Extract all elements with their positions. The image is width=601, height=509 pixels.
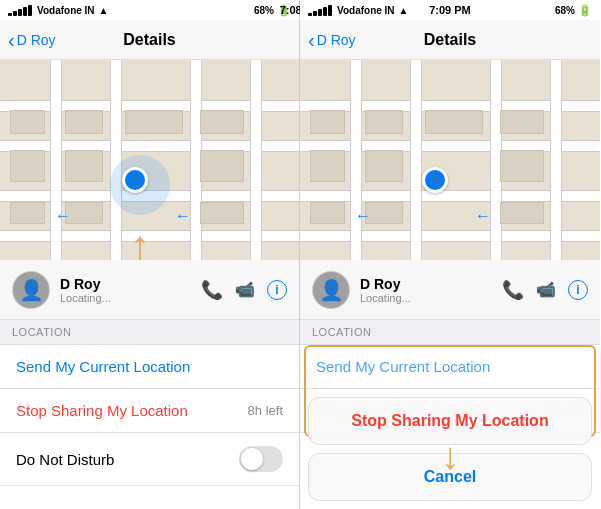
right-battery-pct: 68% [555,5,575,16]
right-status-bar: Vodafone IN ▲ 7:09 PM 68% 🔋 [300,0,600,20]
left-carrier: Vodafone IN ▲ [8,5,109,16]
right-back-label: D Roy [317,32,356,48]
left-stop-sharing-secondary: 8h left [248,403,283,418]
left-stop-sharing-label: Stop Sharing My Location [16,402,188,419]
left-time: 7:08 PM [280,4,300,16]
right-wifi-icon: ▲ [399,5,409,16]
left-phone-panel: Vodafone IN ▲ 7:08 PM 68% 🔋 ‹ D Roy Deta… [0,0,300,509]
left-status-bar: Vodafone IN ▲ 7:08 PM 68% 🔋 [0,0,299,20]
right-time: 7:09 PM [429,4,471,16]
left-location-header: LOCATION [0,320,299,345]
right-avatar: 👤 [312,271,350,309]
right-info-icon[interactable]: i [568,280,588,300]
wifi-icon: ▲ [99,5,109,16]
right-map: 👤 ← ← [300,60,600,260]
left-do-not-disturb-item[interactable]: Do Not Disturb [0,433,299,486]
right-person-icon: 👤 [428,173,443,187]
right-video-icon[interactable]: 📹 [536,280,556,299]
left-arrow-1: ← [55,207,71,225]
left-send-location-item[interactable]: Send My Current Location [0,345,299,389]
right-contact-bar: 👤 D Roy Locating... 📞 📹 i [300,260,600,320]
left-contact-status: Locating... [60,292,191,304]
left-dnd-toggle[interactable] [239,446,283,472]
right-contact-status: Locating... [360,292,492,304]
right-contact-info: D Roy Locating... [360,276,492,304]
right-arrow-2: ← [475,207,491,225]
left-battery-pct: 68% [254,5,274,16]
avatar-icon: 👤 [19,278,44,302]
right-battery-area: 68% 🔋 [555,4,592,17]
right-avatar-icon: 👤 [319,278,344,302]
right-back-button[interactable]: ‹ D Roy [308,30,356,50]
right-nav-title: Details [424,31,476,49]
left-stop-sharing-item[interactable]: Stop Sharing My Location 8h left [0,389,299,433]
left-nav-title: Details [123,31,175,49]
right-arrow-1: ← [355,207,371,225]
right-carrier-text: Vodafone IN [337,5,395,16]
left-phone-icon[interactable]: 📞 [201,279,223,301]
annotation-arrow-left: ↑ [130,223,150,260]
right-contact-actions: 📞 📹 i [502,279,588,301]
right-send-location-item[interactable]: Send My Current Location [300,345,600,389]
left-contact-bar: 👤 D Roy Locating... 📞 📹 i [0,260,299,320]
right-back-chevron: ‹ [308,30,315,50]
right-location-dot: 👤 [422,167,448,193]
location-marker: 👤 [122,167,148,193]
left-contact-actions: 📞 📹 i [201,279,287,301]
left-map: 👤 ← ← ↑ [0,60,299,260]
person-marker-icon: 👤 [128,173,143,187]
left-contact-name: D Roy [60,276,191,292]
left-contact-info: D Roy Locating... [60,276,191,304]
left-video-icon[interactable]: 📹 [235,280,255,299]
left-back-chevron: ‹ [8,30,15,50]
left-nav-bar: ‹ D Roy Details [0,20,299,60]
right-phone-panel: Vodafone IN ▲ 7:09 PM 68% 🔋 ‹ D Roy Deta… [300,0,600,509]
carrier-text: Vodafone IN [37,5,95,16]
left-dnd-label: Do Not Disturb [16,451,114,468]
right-carrier: Vodafone IN ▲ [308,5,409,16]
right-nav-bar: ‹ D Roy Details [300,20,600,60]
right-send-location-label: Send My Current Location [316,358,490,375]
left-back-label: D Roy [17,32,56,48]
annotation-arrow-right: ↓ [441,435,460,478]
right-battery-icon: 🔋 [578,4,592,17]
toggle-knob [241,448,263,470]
left-send-location-label: Send My Current Location [16,358,190,375]
right-location-header: LOCATION [300,320,600,345]
left-back-button[interactable]: ‹ D Roy [8,30,56,50]
left-avatar: 👤 [12,271,50,309]
right-contact-name: D Roy [360,276,492,292]
left-info-icon[interactable]: i [267,280,287,300]
left-arrow-2: ← [175,207,191,225]
right-phone-icon[interactable]: 📞 [502,279,524,301]
